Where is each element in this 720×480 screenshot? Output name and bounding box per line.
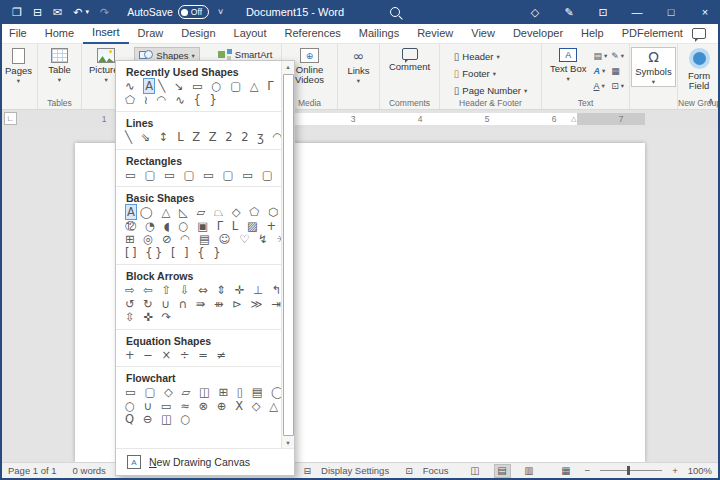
page-count[interactable]: Page 1 of 1 bbox=[8, 465, 57, 476]
autosave-label: AutoSave bbox=[127, 6, 173, 18]
group-label-comments: Comments bbox=[380, 98, 439, 108]
tab-design[interactable]: Design bbox=[172, 24, 224, 43]
maximize-button[interactable]: □ bbox=[664, 6, 678, 18]
scrollbar-thumb[interactable] bbox=[283, 74, 294, 436]
autosave-toggle[interactable]: Off bbox=[178, 5, 209, 19]
focus-icon: ⊡ bbox=[405, 466, 413, 476]
pages-button[interactable]: Pages ▾ bbox=[2, 47, 35, 85]
header-button[interactable]: ▯ Header ▾ bbox=[450, 49, 531, 64]
drop-cap-button[interactable]: A ▾ bbox=[593, 79, 607, 92]
word-count[interactable]: 0 words bbox=[73, 465, 106, 476]
text-box-shape-selected[interactable]: A bbox=[143, 78, 155, 94]
qat-more-icon[interactable]: ˅ bbox=[218, 7, 223, 17]
scroll-up-icon[interactable]: ▲ bbox=[282, 61, 294, 73]
shapes-menu-content: Recently Used Shapes ∿ A╲ ↘ ▭ ○ ▢ △ Γ L … bbox=[116, 61, 281, 449]
open-icon[interactable]: ✉ bbox=[53, 6, 62, 19]
copy-icon[interactable]: ❐ bbox=[12, 6, 22, 19]
object-button[interactable]: ⊡ ▾ bbox=[611, 79, 624, 92]
zoom-level[interactable]: 100% bbox=[688, 465, 712, 476]
close-button[interactable]: × bbox=[698, 6, 712, 18]
tab-insert[interactable]: Insert bbox=[83, 23, 129, 44]
table-button[interactable]: Table ▾ bbox=[45, 47, 74, 84]
zoom-slider-thumb[interactable] bbox=[627, 466, 630, 475]
symbols-button[interactable]: Ω Symbols ▾ bbox=[631, 47, 675, 87]
zoom-slider[interactable] bbox=[600, 470, 662, 471]
ribbon-display-options-icon[interactable]: ⊡ bbox=[596, 6, 610, 19]
chevron-down-icon: ▾ bbox=[567, 76, 570, 82]
focus-button[interactable]: Focus bbox=[423, 465, 449, 476]
document-area bbox=[0, 128, 720, 462]
display-settings-button[interactable]: Display Settings bbox=[321, 465, 389, 476]
section-equation-shapes: Equation Shapes bbox=[116, 330, 281, 349]
read-mode-button[interactable]: ◫ bbox=[467, 464, 484, 478]
text-box-shape[interactable]: A bbox=[125, 204, 137, 220]
tab-layout[interactable]: Layout bbox=[225, 24, 276, 43]
lines-row[interactable]: ╲ ⇘ ↕ L Z Z 2 2 ʒ ◠ ⬠ ≀ bbox=[116, 131, 281, 145]
recently-used-row-2[interactable]: ⬠ ≀ ◠ ∿ { } bbox=[116, 94, 281, 108]
footer-icon: ▯ bbox=[454, 68, 460, 79]
pictures-icon bbox=[97, 48, 115, 63]
tab-pdfelement[interactable]: PDFelement bbox=[613, 24, 692, 43]
undo-button[interactable]: ↶ bbox=[73, 6, 82, 19]
flowchart-row-2[interactable]: ○ ∪ ▭ ≈ ⊗ ⊕ X ◇ △ ▽ ⊂ D bbox=[116, 400, 281, 414]
menu-scrollbar[interactable]: ▲ ▼ bbox=[281, 61, 294, 449]
block-arrows-row-2[interactable]: ↺ ↻ ∪ ∩ ⇛ ⇻ ⊳ ≫ ⇥ ⇟ ⇤ ⇞ bbox=[116, 298, 281, 312]
chevron-down-icon: ▾ bbox=[17, 78, 20, 84]
block-arrows-row-1[interactable]: ⇨ ⇦ ⇧ ⇩ ⇔ ⇕ ✛ ⊥ ↰ ∩ ↲ ↳ bbox=[116, 284, 281, 298]
gem-icon[interactable]: ◇ bbox=[528, 6, 542, 19]
quick-parts-button[interactable]: ▤ ▾ bbox=[593, 49, 607, 62]
tab-view[interactable]: View bbox=[462, 24, 504, 43]
new-drawing-canvas-item[interactable]: A New Drawing Canvas bbox=[116, 448, 294, 475]
titlebar-controls: ◇ ✎ ⊡ — □ × bbox=[528, 0, 716, 24]
tab-file[interactable]: File bbox=[0, 24, 36, 43]
form-field-button[interactable]: Form Field bbox=[678, 47, 720, 92]
tab-references[interactable]: References bbox=[276, 24, 350, 43]
status-extra-icon[interactable]: ▦ bbox=[558, 464, 575, 478]
web-layout-button[interactable]: ▥ bbox=[521, 464, 538, 478]
recently-used-row-1[interactable]: ∿ A╲ ↘ ▭ ○ ▢ △ Γ L ↳ ⇨ ⇩ bbox=[116, 80, 281, 94]
rectangles-row[interactable]: ▭ ▢ ▭ ▢ ▭ ▢ ▭ ▢ ▭ bbox=[116, 169, 281, 183]
right-indent-marker[interactable]: △ bbox=[571, 115, 576, 123]
text-box-button[interactable]: A Text Box ▾ bbox=[547, 47, 589, 92]
comments-icon[interactable] bbox=[692, 28, 706, 39]
horizontal-ruler[interactable]: 1 1 2 3 4 5 6 7 △ bbox=[0, 110, 720, 128]
flowchart-row-3[interactable]: Q ⊖ ◫ ○ bbox=[116, 413, 281, 427]
equation-shapes-row[interactable]: + − × ÷ = ≠ bbox=[116, 349, 281, 363]
block-arrows-row-3[interactable]: ⇳ ✜ ↷ bbox=[116, 311, 281, 325]
footer-button[interactable]: ▯ Footer ▾ bbox=[450, 66, 531, 81]
search-icon[interactable] bbox=[390, 7, 400, 17]
links-button[interactable]: ∞ Links ▾ bbox=[344, 47, 372, 85]
tab-help[interactable]: Help bbox=[572, 24, 613, 43]
pencil-icon[interactable]: ✎ bbox=[562, 6, 576, 19]
save-icon[interactable]: ⊟ bbox=[33, 6, 42, 19]
chevron-down-icon: ▾ bbox=[493, 71, 496, 77]
autosave-toggle-dot bbox=[181, 9, 188, 16]
basic-shapes-row-2[interactable]: ⑫ ◔ ◖ ○ ▣ Γ L ▨ + ▢ ⊔ ◫ bbox=[116, 220, 281, 234]
comment-button[interactable]: Comment bbox=[386, 47, 433, 73]
signature-line-button[interactable]: ✎ ▾ bbox=[611, 49, 624, 62]
tab-home[interactable]: Home bbox=[36, 24, 83, 43]
tab-selector[interactable]: ∟ bbox=[4, 112, 17, 125]
zoom-out-button[interactable]: − bbox=[585, 465, 591, 476]
tab-draw[interactable]: Draw bbox=[129, 24, 173, 43]
collapse-ribbon-icon[interactable]: ∧ bbox=[707, 96, 714, 106]
redo-button[interactable]: ↷ bbox=[100, 6, 109, 19]
minimize-button[interactable]: — bbox=[630, 6, 644, 18]
undo-caret-icon[interactable]: ▾ bbox=[86, 8, 90, 16]
tab-mailings[interactable]: Mailings bbox=[350, 24, 408, 43]
ruler-number: 4 bbox=[418, 114, 423, 124]
date-time-button[interactable]: ▦ bbox=[611, 64, 624, 77]
chevron-down-icon: ▾ bbox=[496, 54, 499, 60]
tab-developer[interactable]: Developer bbox=[504, 24, 572, 43]
page-number-button[interactable]: ▯ Page Number ▾ bbox=[450, 83, 531, 98]
smartart-icon bbox=[218, 49, 232, 60]
basic-shapes-row-3[interactable]: ⊞ ◎ ⊘ ◠ ▤ ☺ ♡ ↯ ☼ ☾ ☁ ◝ bbox=[116, 233, 281, 247]
basic-shapes-row-4[interactable]: [] {} [ ] { } bbox=[116, 247, 281, 261]
wordart-button[interactable]: A ▾ bbox=[593, 64, 607, 77]
window-border-left bbox=[0, 0, 2, 480]
flowchart-row-1[interactable]: ▭ ▢ ◇ ▱ ◫ ⊞ ▯ ▤ ◯ ○ ⬡ ◁ ▽ bbox=[116, 386, 281, 400]
print-layout-button[interactable]: ▤ bbox=[494, 464, 511, 478]
basic-shapes-row-1[interactable]: A◯ △ ◺ ▱ ⏢ ◇ ⬠ ⬡ ⑦ ⑧ ⑩ bbox=[116, 206, 281, 220]
zoom-in-button[interactable]: + bbox=[672, 465, 678, 476]
tab-review[interactable]: Review bbox=[408, 24, 462, 43]
